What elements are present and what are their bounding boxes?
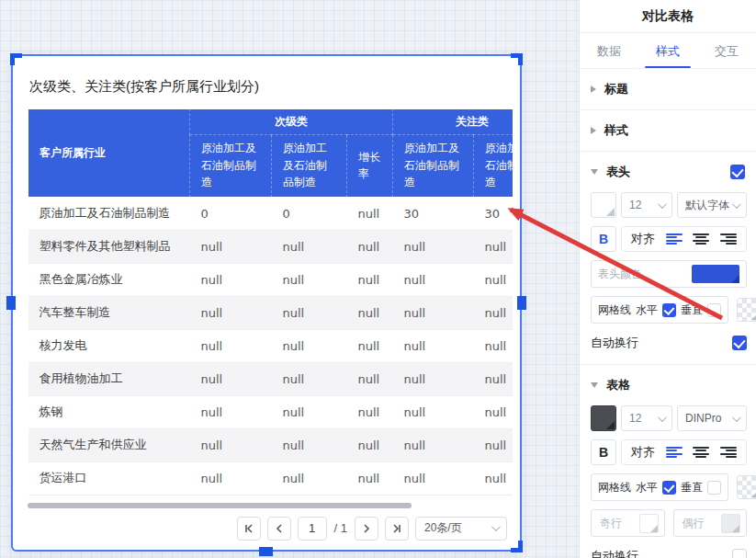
header-font-size-select[interactable]: 12 xyxy=(621,192,672,218)
table-row[interactable]: 黑色金属冶炼业nullnullnullnullnull xyxy=(28,263,513,296)
font-family-value: 默认字体 xyxy=(685,198,729,213)
value-cell: 30 xyxy=(474,197,513,230)
selection-corner-bottom-right[interactable] xyxy=(511,541,523,552)
row-label-cell: 原油加工及石油制品制造 xyxy=(28,197,190,230)
page-number-input[interactable] xyxy=(298,517,327,541)
align-center-icon[interactable] xyxy=(693,447,709,459)
table-row[interactable]: 食用植物油加工nullnullnullnullnull xyxy=(28,362,513,395)
last-page-icon xyxy=(391,523,402,534)
value-cell: null xyxy=(393,263,474,296)
first-page-button[interactable] xyxy=(237,517,261,541)
table-font-size-select[interactable]: 12 xyxy=(621,405,672,431)
selection-corner-top-right[interactable] xyxy=(511,53,523,65)
tab-interaction[interactable]: 交互 xyxy=(697,33,756,68)
font-size-value: 12 xyxy=(629,412,641,425)
tab-data[interactable]: 数据 xyxy=(580,33,638,68)
header-vertical-gridline-checkbox[interactable] xyxy=(707,303,721,317)
value-cell: null xyxy=(393,395,474,428)
chevron-down-icon xyxy=(732,199,741,209)
table-widget-card[interactable]: 次级类、关注类(按客户所属行业划分) 客户所属行业次级类关注类原油加工及石油制品… xyxy=(11,54,522,552)
table-row[interactable]: 货运港口nullnullnullnullnull xyxy=(28,461,513,495)
table-font-color-swatch[interactable] xyxy=(591,405,616,431)
align-right-icon[interactable] xyxy=(720,233,737,245)
chevron-down-icon xyxy=(658,199,667,209)
section-label: 标题 xyxy=(604,81,628,97)
group-header[interactable]: 关注类 xyxy=(393,109,513,135)
section-title-header[interactable]: 标题 xyxy=(580,69,756,109)
pagination-bar: / 1 20条/页 xyxy=(13,517,507,541)
table-bold-button[interactable]: B xyxy=(591,439,616,465)
even-row-color-picker[interactable]: 偶行 xyxy=(673,509,748,537)
chevron-right-icon xyxy=(361,523,372,534)
section-table-header-toggle[interactable]: 表头 xyxy=(580,152,756,192)
header-font-color-swatch[interactable] xyxy=(591,192,616,218)
header-bold-button[interactable]: B xyxy=(591,226,616,252)
resize-handle-right[interactable] xyxy=(517,296,526,310)
align-left-icon[interactable] xyxy=(666,233,683,245)
column-header[interactable]: 原油加工及石油制品制造 xyxy=(393,134,474,197)
section-table-body-toggle[interactable]: 表格 xyxy=(580,365,756,405)
gridline-label: 网格线 xyxy=(598,480,631,495)
resize-handle-bottom[interactable] xyxy=(259,547,273,556)
page-size-label: 20条/页 xyxy=(424,520,462,536)
table-font-family-select[interactable]: DINPro xyxy=(677,405,747,431)
even-row-color-swatch[interactable] xyxy=(721,514,740,533)
align-left-icon[interactable] xyxy=(666,447,683,459)
horizontal-label: 水平 xyxy=(636,302,658,318)
horizontal-scrollbar[interactable] xyxy=(28,503,412,508)
table-row[interactable]: 原油加工及石油制品制造00null3030 xyxy=(28,197,513,230)
value-cell: 0 xyxy=(272,197,347,230)
table-vertical-gridline-checkbox[interactable] xyxy=(707,481,721,495)
table-row[interactable]: 天然气生产和供应业nullnullnullnullnull xyxy=(28,428,513,461)
group-header[interactable]: 次级类 xyxy=(190,109,393,135)
value-cell: null xyxy=(272,395,347,428)
last-page-button[interactable] xyxy=(385,517,409,541)
table-word-wrap-checkbox[interactable] xyxy=(732,549,747,558)
gridline-label: 网格线 xyxy=(598,302,631,318)
header-color-picker[interactable]: 表头颜色 xyxy=(591,260,747,288)
header-color-swatch[interactable] xyxy=(692,265,739,283)
table-row[interactable]: 核力发电nullnullnullnullnull xyxy=(28,329,513,362)
section-style-header[interactable]: 样式 xyxy=(580,110,756,151)
row-label-cell: 黑色金属冶炼业 xyxy=(28,263,190,296)
resize-handle-left[interactable] xyxy=(6,296,16,310)
table-gridline-group: 网格线 水平 垂直 xyxy=(591,473,728,501)
column-header[interactable]: 客户所属行业 xyxy=(28,109,190,198)
row-label-cell: 食用植物油加工 xyxy=(28,362,190,395)
value-cell: null xyxy=(190,362,272,395)
page-size-select[interactable]: 20条/页 xyxy=(415,517,507,541)
page-total-label: / 1 xyxy=(334,521,347,535)
horizontal-label: 水平 xyxy=(636,480,658,495)
table-row[interactable]: 汽车整车制造nullnullnullnullnull xyxy=(28,296,513,329)
table-gridline-color-swatch[interactable] xyxy=(737,475,756,499)
header-horizontal-gridline-checkbox[interactable] xyxy=(662,303,676,317)
odd-row-color-swatch[interactable] xyxy=(639,514,659,533)
header-enabled-checkbox[interactable] xyxy=(730,165,745,179)
column-header[interactable]: 增长率 xyxy=(347,134,393,197)
align-center-icon[interactable] xyxy=(693,233,709,245)
prev-page-button[interactable] xyxy=(267,517,291,541)
value-cell: null xyxy=(347,263,393,296)
align-right-icon[interactable] xyxy=(720,447,737,459)
value-cell: null xyxy=(272,461,347,495)
align-label: 对齐 xyxy=(631,231,655,247)
table-row[interactable]: 塑料零件及其他塑料制品nullnullnullnullnull xyxy=(28,230,513,263)
selection-corner-top-left[interactable] xyxy=(10,53,22,65)
table-horizontal-gridline-checkbox[interactable] xyxy=(662,481,676,495)
column-header[interactable]: 原油加工及石油制品制造 xyxy=(474,134,513,197)
next-page-button[interactable] xyxy=(355,517,378,541)
odd-row-color-picker[interactable]: 奇行 xyxy=(591,509,665,537)
value-cell: null xyxy=(393,428,474,461)
header-font-family-select[interactable]: 默认字体 xyxy=(677,192,747,218)
column-header[interactable]: 原油加工及石油制品制造 xyxy=(272,134,347,197)
tab-style[interactable]: 样式 xyxy=(638,33,697,68)
header-word-wrap-checkbox[interactable] xyxy=(732,336,747,350)
header-gridline-color-swatch[interactable] xyxy=(737,298,756,322)
chevron-left-icon xyxy=(274,523,285,534)
value-cell: null xyxy=(272,428,347,461)
value-cell: null xyxy=(393,230,474,263)
word-wrap-label: 自动换行 xyxy=(591,548,638,558)
table-row[interactable]: 炼钢nullnullnullnullnull xyxy=(28,395,513,428)
row-label-cell: 货运港口 xyxy=(28,461,190,495)
column-header[interactable]: 原油加工及石油制品制造 xyxy=(190,134,272,197)
